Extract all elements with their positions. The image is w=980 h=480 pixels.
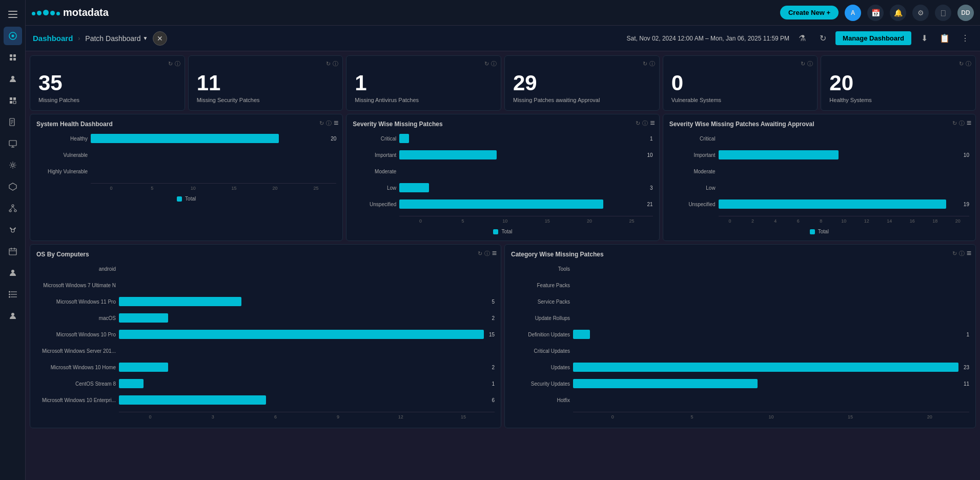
system-health-info[interactable]: ⓘ: [326, 119, 332, 127]
close-button[interactable]: ✕: [153, 31, 167, 46]
create-new-button[interactable]: Create New +: [780, 6, 839, 19]
logo: motadata: [32, 7, 109, 18]
category-patches-actions: ↻ ⓘ ≡: [952, 249, 971, 258]
bell-icon-btn[interactable]: 🔔: [890, 5, 906, 21]
axis-tick: 10: [832, 218, 855, 224]
manage-dashboard-button[interactable]: Manage Dashboard: [835, 31, 911, 45]
sidebar-item-alerts[interactable]: [4, 48, 22, 67]
hbar-label: Definition Updates: [511, 332, 570, 337]
system-health-refresh[interactable]: ↻: [319, 120, 324, 127]
severity-missing-menu[interactable]: ≡: [650, 118, 655, 128]
hbar-label: Updates: [511, 365, 570, 370]
system-health-menu[interactable]: ≡: [334, 118, 338, 128]
severity-approval-refresh[interactable]: ↻: [952, 120, 957, 127]
refresh-icon-btn[interactable]: ↻: [815, 31, 830, 46]
hbar-container: [573, 313, 964, 323]
kpi-number-2: 1: [355, 71, 493, 95]
kpi-card-actions-0: ↻ ⓘ: [168, 60, 180, 68]
axis-tick: 0: [399, 218, 441, 224]
hbar-fill: [573, 379, 758, 388]
kpi-refresh-2[interactable]: ↻: [484, 61, 489, 67]
breadcrumb-current[interactable]: Patch Dashboard ▼: [85, 34, 148, 43]
category-patches-menu[interactable]: ≡: [967, 249, 971, 258]
kpi-info-1[interactable]: ⓘ: [333, 60, 338, 68]
kpi-info-4[interactable]: ⓘ: [807, 60, 813, 68]
category-patches-info[interactable]: ⓘ: [959, 250, 965, 257]
avatar-a[interactable]: A: [845, 5, 861, 21]
hbar-container: [119, 379, 486, 388]
sidebar-item-inventory[interactable]: [4, 91, 22, 110]
hbar-label: Update Rollups: [511, 315, 570, 321]
logo-dot-5: [56, 12, 60, 15]
kpi-info-0[interactable]: ⓘ: [175, 60, 180, 68]
hbar-value: 10: [964, 152, 969, 158]
kpi-refresh-0[interactable]: ↻: [168, 61, 173, 67]
axis-tick: 0: [719, 218, 741, 224]
export-icon-btn[interactable]: ⬇: [916, 31, 932, 46]
svg-point-21: [14, 210, 16, 212]
svg-point-35: [9, 296, 10, 298]
kpi-refresh-1[interactable]: ↻: [326, 61, 331, 67]
avatar-dd[interactable]: DD: [957, 5, 974, 21]
hbar-label: macOS: [36, 315, 116, 321]
axis-tick: 20: [890, 414, 969, 419]
sidebar-item-reports[interactable]: [4, 113, 22, 131]
kpi-label-1: Missing Security Patches: [197, 97, 335, 103]
severity-approval-info[interactable]: ⓘ: [959, 119, 965, 127]
sidebar-item-calendar[interactable]: [4, 242, 22, 261]
sidebar-item-monitor[interactable]: [4, 134, 22, 153]
filter-icon-btn[interactable]: ⚗: [794, 31, 810, 46]
sidebar-item-nodes[interactable]: [4, 199, 22, 217]
chart-axis: 0510152025: [399, 216, 652, 224]
sidebar-item-patch[interactable]: [4, 221, 22, 239]
sidebar-item-dashboard[interactable]: [4, 27, 22, 45]
breadcrumb-separator: ›: [78, 35, 80, 42]
kpi-refresh-3[interactable]: ↻: [643, 61, 647, 67]
keyboard-icon-btn[interactable]: ⎕: [935, 5, 951, 21]
kpi-info-2[interactable]: ⓘ: [491, 60, 497, 68]
kpi-info-5[interactable]: ⓘ: [966, 60, 971, 68]
severity-approval-menu[interactable]: ≡: [967, 118, 971, 128]
gear-icon-btn[interactable]: ⚙: [912, 5, 929, 21]
svg-point-4: [11, 35, 14, 37]
sidebar-item-users[interactable]: [4, 70, 22, 88]
legend-dot-3: [810, 229, 815, 234]
sidebar-item-person[interactable]: [4, 264, 22, 282]
severity-missing-actions: ↻ ⓘ ≡: [636, 118, 655, 128]
sidebar-item-cube[interactable]: [4, 177, 22, 196]
hbar-value: 5: [492, 299, 495, 305]
sidebar-menu-icon[interactable]: [4, 5, 22, 24]
sidebar-item-settings[interactable]: [4, 156, 22, 174]
hbar-row: Microsoft Windows 10 Home 2: [36, 363, 495, 372]
os-computers-info[interactable]: ⓘ: [484, 250, 490, 257]
sidebar: [0, 0, 26, 480]
kpi-info-3[interactable]: ⓘ: [649, 60, 655, 68]
share-icon-btn[interactable]: 📋: [937, 31, 952, 46]
hbar-row: Microsoft Windows 7 Ultimate N: [36, 281, 495, 290]
os-computers-refresh[interactable]: ↻: [478, 250, 482, 257]
sidebar-item-person-bottom[interactable]: [4, 307, 22, 325]
more-icon-btn[interactable]: ⋮: [957, 31, 973, 46]
severity-missing-refresh[interactable]: ↻: [636, 120, 640, 127]
severity-missing-info[interactable]: ⓘ: [642, 119, 648, 127]
calendar-icon-btn[interactable]: 📅: [867, 5, 884, 21]
kpi-card-5: ↻ ⓘ 20 Healthy Systems: [821, 55, 976, 111]
kpi-number-1: 11: [197, 71, 335, 95]
svg-rect-25: [9, 249, 16, 255]
hbar-row: Low 3: [353, 183, 652, 192]
os-computers-menu[interactable]: ≡: [492, 249, 497, 258]
hbar-container: [573, 297, 964, 306]
svg-rect-6: [13, 54, 16, 57]
category-patches-refresh[interactable]: ↻: [952, 250, 957, 257]
sidebar-item-list[interactable]: [4, 285, 22, 304]
kpi-refresh-4[interactable]: ↻: [801, 61, 805, 67]
chart-axis: 02468101214161820: [719, 216, 969, 224]
hbar-row: Feature Packs: [511, 281, 969, 290]
svg-rect-5: [10, 54, 12, 57]
svg-point-33: [9, 294, 10, 295]
hbar-container: [719, 183, 964, 192]
kpi-card-2: ↻ ⓘ 1 Missing Antivirus Patches: [346, 55, 501, 111]
kpi-refresh-5[interactable]: ↻: [959, 61, 964, 67]
kpi-label-0: Missing Patches: [38, 97, 176, 103]
hbar-fill: [119, 297, 241, 306]
